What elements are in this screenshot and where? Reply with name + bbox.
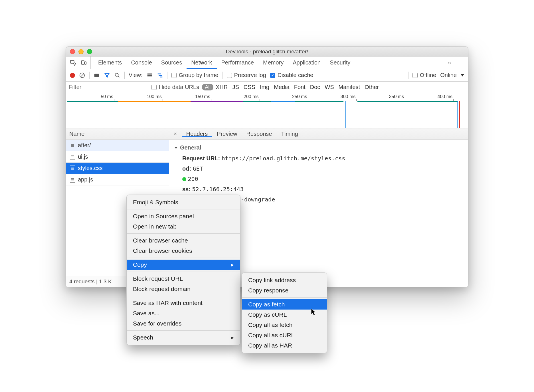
- settings-more-icon[interactable]: ⋮: [456, 59, 462, 66]
- filter-type-font[interactable]: Font: [292, 84, 308, 90]
- throttling-select[interactable]: Online: [440, 72, 457, 78]
- request-context-menu: Emoji & SymbolsOpen in Sources panelOpen…: [126, 195, 240, 345]
- filter-input[interactable]: [69, 84, 151, 90]
- waterfall-view-icon[interactable]: [157, 72, 163, 78]
- tab-application[interactable]: Application: [288, 56, 325, 69]
- tab-security[interactable]: Security: [325, 56, 355, 69]
- chevron-down-icon[interactable]: [461, 74, 464, 76]
- window-minimize-button[interactable]: [78, 49, 84, 54]
- menu-item[interactable]: Copy all as HAR: [242, 340, 327, 351]
- status-dot-icon: [182, 177, 186, 181]
- tab-memory[interactable]: Memory: [258, 56, 288, 69]
- filter-type-ws[interactable]: WS: [322, 84, 336, 90]
- disclosure-triangle-icon[interactable]: [174, 147, 178, 149]
- menu-item[interactable]: Save as HAR with content: [127, 298, 240, 308]
- window-controls: [66, 49, 92, 54]
- svg-rect-11: [160, 76, 162, 77]
- menu-item[interactable]: Copy response: [242, 285, 327, 296]
- large-rows-icon[interactable]: [147, 72, 153, 78]
- devtools-window: DevTools - preload.glitch.me/after/ Elem…: [66, 47, 468, 287]
- request-row[interactable]: app.js: [66, 174, 169, 185]
- file-icon: [70, 154, 75, 160]
- filter-type-other[interactable]: Other: [362, 84, 381, 90]
- filter-type-all[interactable]: All: [202, 84, 213, 90]
- request-list-header[interactable]: Name: [66, 128, 169, 140]
- search-icon[interactable]: [114, 72, 120, 78]
- request-row[interactable]: styles.css: [66, 163, 169, 174]
- svg-rect-0: [70, 60, 74, 63]
- file-icon: [70, 165, 75, 171]
- detail-tabs: × HeadersPreviewResponseTiming: [169, 128, 468, 140]
- filter-type-img[interactable]: Img: [258, 84, 272, 90]
- svg-rect-9: [157, 73, 161, 74]
- window-close-button[interactable]: [70, 49, 75, 54]
- detail-tab-timing[interactable]: Timing: [277, 131, 303, 137]
- preserve-log-checkbox[interactable]: Preserve log: [227, 72, 266, 78]
- filter-type-js[interactable]: JS: [230, 84, 241, 90]
- overview-waterfall[interactable]: [66, 101, 468, 128]
- menu-item[interactable]: Open in Sources panel: [127, 211, 240, 221]
- menu-item[interactable]: Open in new tab: [127, 221, 240, 232]
- svg-point-5: [115, 73, 118, 76]
- filter-type-media[interactable]: Media: [272, 84, 292, 90]
- request-row[interactable]: ui.js: [66, 151, 169, 163]
- window-zoom-button[interactable]: [87, 49, 92, 54]
- detail-tab-response[interactable]: Response: [242, 131, 276, 137]
- mouse-cursor-icon: [311, 308, 316, 316]
- inspect-element-icon[interactable]: [70, 60, 76, 66]
- tabs-overflow-icon[interactable]: »: [448, 59, 451, 66]
- filter-type-manifest[interactable]: Manifest: [336, 84, 363, 90]
- clear-icon[interactable]: [79, 72, 85, 78]
- svg-rect-7: [147, 75, 152, 76]
- tab-network[interactable]: Network: [187, 56, 217, 69]
- menu-item[interactable]: Clear browser cookies: [127, 246, 240, 256]
- svg-rect-2: [85, 62, 86, 64]
- offline-checkbox[interactable]: Offline: [412, 72, 436, 78]
- menu-item[interactable]: Save for overrides: [127, 318, 240, 329]
- network-toolbar: View: Group by frame Preserve log Disabl…: [66, 69, 468, 82]
- svg-rect-10: [159, 75, 162, 76]
- menu-item[interactable]: Copy link address: [242, 275, 327, 285]
- tab-console[interactable]: Console: [126, 56, 156, 69]
- filter-toggle-icon[interactable]: [104, 72, 110, 78]
- menu-item[interactable]: Clear browser cache: [127, 235, 240, 246]
- view-label: View:: [129, 72, 143, 78]
- capture-screenshots-icon[interactable]: [94, 72, 100, 78]
- detail-tab-preview[interactable]: Preview: [212, 131, 242, 137]
- titlebar: DevTools - preload.glitch.me/after/: [66, 47, 468, 56]
- svg-rect-8: [147, 76, 152, 77]
- svg-rect-6: [147, 73, 152, 74]
- filter-row: Hide data URLs All XHRJSCSSImgMediaFontD…: [66, 82, 468, 93]
- hide-data-urls-checkbox[interactable]: Hide data URLs: [151, 84, 199, 90]
- filter-type-xhr[interactable]: XHR: [213, 84, 230, 90]
- menu-item[interactable]: Emoji & Symbols: [127, 197, 240, 207]
- menu-item[interactable]: Block request URL: [127, 274, 240, 284]
- menu-item[interactable]: Block request domain: [127, 284, 240, 294]
- timeline-ruler[interactable]: 50 ms100 ms150 ms200 ms250 ms300 ms350 m…: [66, 93, 468, 101]
- menu-item[interactable]: Copy: [127, 260, 240, 270]
- file-icon: [70, 177, 75, 183]
- group-by-frame-checkbox[interactable]: Group by frame: [171, 72, 219, 78]
- device-toggle-icon[interactable]: [81, 60, 87, 66]
- file-icon: [70, 143, 75, 148]
- svg-rect-4: [94, 74, 99, 77]
- disable-cache-checkbox[interactable]: Disable cache: [270, 72, 313, 78]
- menu-item[interactable]: Copy all as cURL: [242, 330, 327, 340]
- close-detail-button[interactable]: ×: [169, 131, 182, 137]
- tab-performance[interactable]: Performance: [217, 56, 259, 69]
- request-row[interactable]: after/: [66, 140, 169, 151]
- detail-tab-headers[interactable]: Headers: [182, 131, 213, 137]
- window-title: DevTools - preload.glitch.me/after/: [66, 49, 468, 55]
- menu-item[interactable]: Save as...: [127, 308, 240, 318]
- filter-type-css[interactable]: CSS: [241, 84, 258, 90]
- tab-sources[interactable]: Sources: [157, 56, 187, 69]
- menu-item[interactable]: Speech: [127, 332, 240, 343]
- menu-item[interactable]: Copy all as fetch: [242, 320, 327, 330]
- svg-rect-1: [82, 60, 84, 64]
- tab-elements[interactable]: Elements: [94, 56, 126, 69]
- main-tabstrip: ElementsConsoleSourcesNetworkPerformance…: [66, 56, 468, 69]
- record-button[interactable]: [70, 73, 75, 78]
- filter-type-doc[interactable]: Doc: [308, 84, 323, 90]
